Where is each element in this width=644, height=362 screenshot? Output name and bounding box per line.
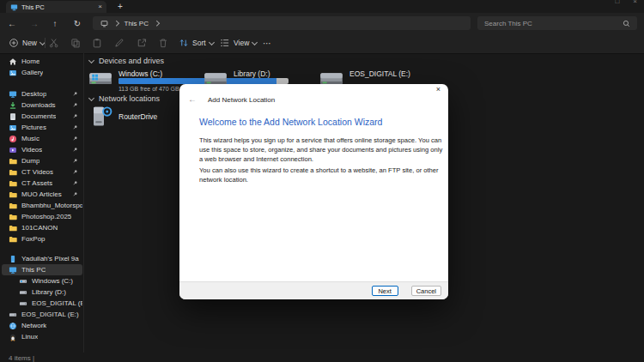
drive-name[interactable]: Windows (C:) xyxy=(118,69,162,78)
cut-button[interactable] xyxy=(49,33,59,52)
paste-button[interactable] xyxy=(92,33,102,52)
home-icon xyxy=(9,57,17,66)
copy-icon xyxy=(70,38,81,48)
folder-icon xyxy=(9,168,17,177)
navigation-pane: Home Gallery Desktop Downloads Documents… xyxy=(0,53,83,352)
search-box xyxy=(477,16,637,30)
sidebar-item-windows-c[interactable]: Windows (C:) xyxy=(2,275,82,287)
sidebar-item-bhambhu-motorsport[interactable]: Bhambhu_Motorsport xyxy=(2,200,82,211)
sidebar-item-pictures[interactable]: Pictures xyxy=(2,122,82,133)
share-icon xyxy=(137,38,147,48)
network-globe-icon xyxy=(9,322,17,330)
sidebar-item-documents[interactable]: Documents xyxy=(2,111,82,122)
dialog-footer: Next Cancel xyxy=(179,281,448,299)
sidebar-item-desktop[interactable]: Desktop xyxy=(2,88,82,100)
sidebar-item-gallery[interactable]: Gallery xyxy=(2,67,82,78)
sidebar-item-eos-digital-e-2[interactable]: EOS_DIGITAL (E:) xyxy=(2,309,82,320)
maximize-icon[interactable]: □ xyxy=(615,0,619,5)
folder-icon xyxy=(9,157,17,166)
forward-icon[interactable]: → xyxy=(27,13,41,33)
pin-icon xyxy=(72,91,78,97)
wizard-paragraph: You can also use this wizard to create a… xyxy=(199,166,443,184)
refresh-icon[interactable]: ↻ xyxy=(70,13,84,33)
tab-this-pc[interactable]: This PC × xyxy=(6,1,106,13)
chevron-down-icon xyxy=(209,39,215,45)
share-button[interactable] xyxy=(137,33,147,52)
sidebar-item-dump[interactable]: Dump xyxy=(2,155,82,166)
video-icon xyxy=(9,146,17,154)
sidebar-item-eos-digital-e[interactable]: EOS_DIGITAL (E:) xyxy=(2,298,82,309)
sidebar-item-linux[interactable]: Linux xyxy=(2,331,82,342)
sort-arrows-icon xyxy=(179,38,189,48)
drive-name[interactable]: EOS_DIGITAL (E:) xyxy=(349,69,410,78)
sidebar-item-101canon[interactable]: 101CANON xyxy=(2,222,82,233)
view-button[interactable]: View xyxy=(220,33,257,52)
document-icon xyxy=(9,112,17,121)
sidebar-item-network[interactable]: Network xyxy=(2,320,82,331)
toolbar-divider xyxy=(45,38,46,48)
sort-button[interactable]: Sort xyxy=(179,33,214,52)
navigation-bar: ← → ↑ ↻ This PC xyxy=(0,13,644,33)
new-button[interactable]: New xyxy=(9,33,45,52)
window-controls: □ × xyxy=(615,0,637,5)
sidebar-item-foxpop[interactable]: FoxPop xyxy=(2,233,82,244)
gallery-icon xyxy=(9,69,17,77)
sidebar-item-pixel-9a[interactable]: Yadullah's Pixel 9a xyxy=(2,253,82,264)
dialog-back-icon[interactable]: ← xyxy=(188,95,197,104)
tab-close-icon[interactable]: × xyxy=(98,3,102,10)
pane-divider xyxy=(83,53,84,362)
ellipsis-icon: ⋯ xyxy=(263,39,272,48)
sidebar-item-this-pc[interactable]: This PC xyxy=(2,264,82,275)
folder-icon xyxy=(9,213,17,221)
devices-and-drives-header[interactable]: Devices and drives xyxy=(89,57,164,65)
folder-icon xyxy=(9,202,17,210)
items-count: 4 items | xyxy=(9,354,34,362)
sidebar-item-ct-assets[interactable]: CT Assets xyxy=(2,178,82,189)
sidebar-item-videos[interactable]: Videos xyxy=(2,144,82,155)
drive-free-space: 113 GB free of 470 GB xyxy=(118,86,179,92)
wizard-heading: Welcome to the Add Network Location Wiza… xyxy=(199,117,382,127)
back-icon[interactable]: ← xyxy=(5,13,19,33)
network-location-name[interactable]: RouterDrive xyxy=(118,112,157,121)
sidebar-item-music[interactable]: Music xyxy=(2,133,82,144)
chevron-right-icon xyxy=(113,21,118,26)
sidebar-item-home[interactable]: Home xyxy=(2,56,82,67)
view-list-icon xyxy=(220,38,230,48)
sidebar-item-muo-articles[interactable]: MUO Articles xyxy=(2,189,82,200)
up-icon[interactable]: ↑ xyxy=(48,13,62,33)
music-icon xyxy=(9,135,17,143)
drive-icon xyxy=(19,288,27,297)
pin-icon xyxy=(72,124,78,130)
sidebar-item-downloads[interactable]: Downloads xyxy=(2,100,82,111)
status-bar: 4 items | xyxy=(0,353,644,362)
next-button[interactable]: Next xyxy=(372,286,398,296)
search-input[interactable] xyxy=(484,20,619,27)
sidebar-item-library-d[interactable]: Library (D:) xyxy=(2,287,82,298)
dialog-close-icon[interactable]: × xyxy=(436,86,440,94)
sidebar-item-photoshop-2025[interactable]: Photoshop.2025 xyxy=(2,211,82,222)
cut-icon xyxy=(49,38,59,48)
delete-button[interactable] xyxy=(158,33,168,52)
folder-icon xyxy=(9,179,17,188)
add-network-location-dialog: × ← Add Network Location Welcome to the … xyxy=(179,84,448,299)
chevron-down-icon xyxy=(88,57,94,63)
sidebar-item-ct-videos[interactable]: CT Videos xyxy=(2,166,82,178)
folder-icon xyxy=(9,190,17,199)
pin-icon xyxy=(72,158,78,164)
window-close-icon[interactable]: × xyxy=(633,0,637,5)
more-options-button[interactable]: ⋯ xyxy=(263,33,272,52)
linux-penguin-icon xyxy=(9,333,17,341)
cancel-button[interactable]: Cancel xyxy=(411,286,441,296)
router-drive-icon[interactable] xyxy=(88,105,114,129)
windows-drive-icon[interactable] xyxy=(88,69,113,89)
this-pc-icon xyxy=(10,3,18,11)
new-tab-button[interactable]: + xyxy=(114,1,126,12)
capacity-fill xyxy=(118,78,276,84)
rename-button[interactable] xyxy=(114,33,125,52)
drive-name[interactable]: Library (D:) xyxy=(234,69,270,78)
dialog-title: Add Network Location xyxy=(208,96,275,104)
network-locations-header[interactable]: Network locations xyxy=(89,94,160,103)
breadcrumb-location[interactable]: This PC xyxy=(125,20,149,27)
copy-button[interactable] xyxy=(70,33,81,52)
address-bar[interactable]: This PC xyxy=(93,16,471,30)
